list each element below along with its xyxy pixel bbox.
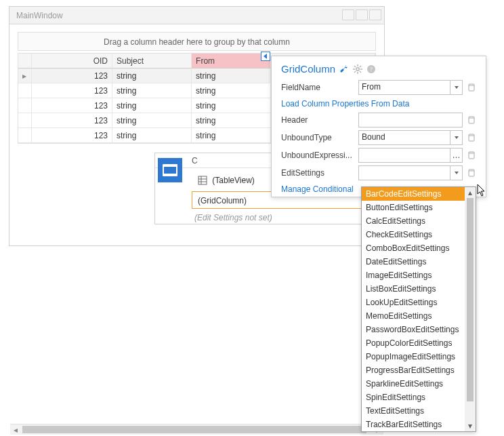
dropdown-item[interactable]: ButtonEditSettings [362, 201, 465, 214]
cell-oid[interactable]: 123 [32, 98, 112, 113]
maximize-button[interactable] [356, 9, 368, 20]
dropdown-item[interactable]: SparklineEditSettings [362, 377, 465, 391]
dropdown-item[interactable]: ComboBoxEditSettings [362, 241, 465, 255]
dropdown-item[interactable]: DateEditSettings [362, 255, 465, 269]
svg-rect-0 [198, 176, 207, 184]
svg-line-13 [360, 66, 361, 67]
unboundtype-value: Bound [362, 132, 385, 142]
dropdown-item[interactable]: ProgressBarEditSettings [362, 363, 465, 377]
dropdown-item[interactable]: PopupColorEditSettings [362, 336, 465, 350]
unboundtype-field[interactable]: Bound [358, 130, 463, 145]
fieldname-value: From [362, 82, 381, 92]
unboundexpr-label: UnboundExpressi... [281, 151, 354, 160]
cell-subject[interactable]: string [112, 98, 192, 113]
cell-subject[interactable]: string [112, 83, 192, 98]
column-header-oid[interactable]: OID [32, 54, 112, 68]
dropdown-item[interactable]: PasswordBoxEditSettings [362, 323, 465, 336]
reset-icon[interactable] [467, 115, 476, 125]
cell-oid[interactable]: 123 [32, 68, 112, 83]
row-indicator [18, 113, 32, 128]
scroll-left-icon[interactable]: ◂ [10, 424, 21, 435]
dropdown-item[interactable]: SpinEditSettings [362, 391, 465, 404]
reset-icon[interactable] [467, 151, 476, 160]
scroll-thumb[interactable] [467, 198, 474, 401]
cell-from[interactable]: string [192, 128, 271, 143]
unboundexpr-field[interactable]: … [358, 148, 463, 163]
close-button[interactable] [369, 9, 381, 20]
cell-from[interactable]: string [192, 113, 271, 128]
cell-subject[interactable]: string [112, 68, 192, 83]
dropdown-item[interactable]: CheckEditSettings [362, 228, 465, 241]
svg-line-11 [360, 71, 361, 73]
designer-icon[interactable] [158, 158, 182, 182]
row-indicator: ▸ [18, 68, 32, 83]
breadcrumb-editsettings-label: (Edit Settings not set) [194, 213, 272, 222]
svg-line-10 [354, 66, 356, 67]
column-header-from[interactable]: From [192, 54, 271, 68]
scroll-up-icon[interactable]: ▴ [465, 187, 476, 198]
editsettings-dropdown-icon[interactable] [450, 166, 462, 180]
cell-subject[interactable]: string [112, 128, 192, 143]
cell-oid[interactable]: 123 [32, 128, 112, 143]
dropdown-item[interactable]: TrackBarEditSettings [362, 418, 465, 431]
header-field[interactable] [358, 113, 463, 127]
dropdown-item[interactable]: BarCodeEditSettings [362, 187, 465, 201]
dropdown-scrollbar[interactable]: ▴ ▾ [465, 187, 476, 431]
cell-from[interactable]: string [192, 98, 271, 113]
fieldname-field[interactable]: From [358, 80, 463, 95]
editsettings-dropdown-list: BarCodeEditSettingsButtonEditSettingsCal… [361, 186, 476, 432]
prop-unboundtype: UnboundType Bound [281, 130, 476, 145]
fieldname-dropdown-icon[interactable] [450, 81, 462, 94]
editsettings-field[interactable] [358, 165, 463, 180]
reset-icon[interactable] [467, 83, 476, 92]
grid-horizontal-scrollbar[interactable]: ◂ ▸ [10, 424, 383, 435]
cell-subject[interactable]: string [112, 113, 192, 128]
prop-editsettings: EditSettings [281, 165, 476, 180]
smart-tag-icon[interactable] [261, 52, 270, 61]
titlebar: MainWindow [9, 7, 384, 24]
row-indicator [18, 128, 32, 143]
wrench-icon[interactable] [339, 64, 349, 74]
dropdown-item[interactable]: ListBoxEditSettings [362, 282, 465, 296]
dropdown-item[interactable]: MemoEditSettings [362, 309, 465, 323]
window-buttons [342, 9, 381, 20]
window-title: MainWindow [16, 11, 63, 20]
dropdown-item[interactable]: ImageEditSettings [362, 269, 465, 282]
editsettings-label: EditSettings [281, 168, 354, 178]
column-header-subject[interactable]: Subject [112, 54, 192, 68]
unboundtype-label: UnboundType [281, 133, 354, 142]
breadcrumb-gridcolumn-label: (GridColumn) [198, 196, 247, 205]
dropdown-item[interactable]: CalcEditSettings [362, 214, 465, 228]
cell-from[interactable]: string [192, 68, 271, 83]
help-icon[interactable]: ? [366, 64, 376, 74]
reset-icon[interactable] [467, 133, 476, 142]
dropdown-item[interactable]: PopupImageEditSettings [362, 350, 465, 363]
cell-oid[interactable]: 123 [32, 113, 112, 128]
scroll-down-icon[interactable]: ▾ [465, 420, 476, 431]
svg-text:?: ? [370, 66, 373, 73]
dropdown-item[interactable]: LookUpEditSettings [362, 296, 465, 309]
popup-title-text: GridColumn [281, 63, 335, 75]
reset-icon[interactable] [467, 168, 476, 178]
fieldname-label: FieldName [281, 83, 354, 92]
indicator-header [18, 54, 32, 68]
prop-fieldname: FieldName From [281, 80, 476, 95]
breadcrumb-editsettings[interactable]: (Edit Settings not set) [194, 213, 377, 222]
row-indicator [18, 98, 32, 113]
gridcolumn-task-popup: GridColumn ? FieldName From Load Column … [271, 56, 486, 197]
unboundexpr-ellipsis-icon[interactable]: … [450, 148, 462, 162]
svg-line-12 [354, 71, 356, 73]
scroll-thumb[interactable] [22, 426, 366, 433]
breadcrumb-tableview-label: (TableView) [212, 176, 254, 185]
load-column-properties-link[interactable]: Load Column Properties From Data [281, 99, 476, 108]
group-panel[interactable]: Drag a column header here to group by th… [18, 32, 376, 51]
minimize-button[interactable] [342, 9, 354, 20]
gear-icon[interactable] [353, 64, 362, 74]
popup-title: GridColumn ? [281, 63, 476, 75]
cell-from[interactable]: string [192, 83, 271, 98]
unboundtype-dropdown-icon[interactable] [450, 131, 462, 144]
cell-oid[interactable]: 123 [32, 83, 112, 98]
prop-header: Header [281, 113, 476, 127]
svg-point-5 [356, 67, 359, 70]
dropdown-item[interactable]: TextEditSettings [362, 404, 465, 418]
